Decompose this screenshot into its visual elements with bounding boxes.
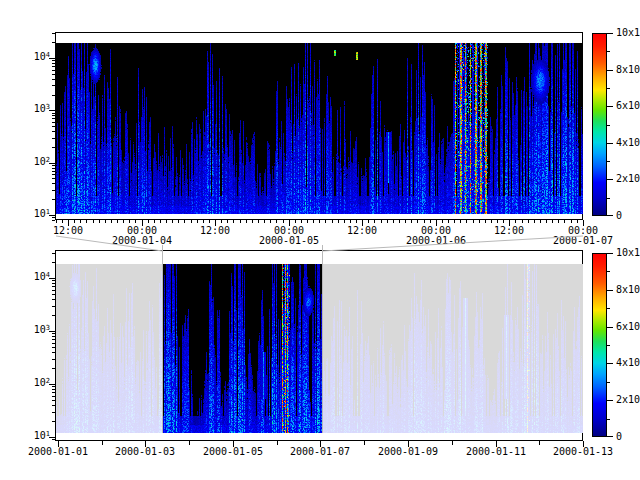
y-tick-label: 102 [17,378,50,389]
x-minor-tick [344,220,345,223]
y-minor-tick [52,66,55,67]
colorbar-tick [607,363,613,364]
y-tick-label: 104 [17,52,50,63]
colorbar-tick [607,271,610,272]
x-tick [277,441,278,445]
x-minor-tick [105,220,106,223]
y-tick-label: 103 [17,104,50,115]
x-minor-tick [80,220,81,223]
y-minor-tick [52,280,55,281]
x-minor-tick [473,220,474,223]
x-minor-tick [283,220,284,223]
x-tick-label: 2000-01-03 [110,447,180,457]
x-minor-tick [424,220,425,223]
x-tick-label: 2000-01-13 [548,447,618,457]
x-minor-tick [270,220,271,223]
y-minor-tick [52,368,55,369]
y-tick-label: 101 [17,209,50,220]
x-minor-tick [178,220,179,223]
y-minor-tick [52,74,55,75]
x-minor-tick [411,220,412,223]
colorbar-tick [607,179,613,180]
x-minor-tick [111,220,112,223]
y-minor-tick [52,396,55,397]
x-minor-tick [558,220,559,223]
x-minor-tick [356,220,357,223]
colorbar-tick [607,198,610,199]
colorbar-tick-label: 8x107 [616,285,640,296]
x-date-label: 2000-01-06 [401,236,471,246]
y-minor-tick [52,190,55,191]
y-minor-tick [52,412,55,413]
x-minor-tick [546,220,547,223]
bottom-spectrogram-canvas[interactable] [56,264,583,433]
x-minor-tick [184,220,185,223]
top-spectrogram-canvas[interactable] [56,43,583,214]
x-minor-tick [233,220,234,223]
x-minor-tick [160,220,161,223]
x-minor-tick [564,220,565,223]
x-date-label: 2000-01-07 [548,236,618,246]
colorbar-tick [607,327,613,328]
x-minor-tick [203,220,204,223]
y-minor-tick [52,347,55,348]
x-minor-tick [148,220,149,223]
colorbar-tick-label: 8x107 [616,65,640,76]
x-tick [452,441,453,445]
x-minor-tick [399,220,400,223]
spectrogram-figure: 12:0000:002000-01-0412:0000:002000-01-05… [0,0,640,480]
x-minor-tick [442,220,443,223]
y-minor-tick [52,283,55,284]
x-minor-tick [325,220,326,223]
x-minor-tick [387,220,388,223]
x-minor-tick [123,220,124,223]
y-minor-tick [52,126,55,127]
colorbar-tick-label: 0 [616,211,622,221]
y-minor-tick [52,306,55,307]
x-date-label: 2000-01-04 [107,236,177,246]
x-minor-tick [528,220,529,223]
x-minor-tick [497,220,498,223]
y-minor-tick [52,113,55,114]
x-tick [102,441,103,445]
y-minor-tick [52,174,55,175]
y-minor-tick [52,95,55,96]
top-colorbar [592,33,607,216]
x-minor-tick [515,220,516,223]
y-minor-tick [52,79,55,80]
y-minor-tick [52,171,55,172]
colorbar-tick [607,70,613,71]
colorbar-tick-label: 2x107 [616,174,640,185]
colorbar-tick-label: 4x107 [616,358,640,369]
x-tick-label: 2000-01-07 [285,447,355,457]
x-minor-tick [405,220,406,223]
x-tick-label: 2000-01-01 [23,447,93,457]
y-minor-tick [52,392,55,393]
x-minor-tick [117,220,118,223]
colorbar-tick-label: 6x107 [616,101,640,112]
x-minor-tick [417,220,418,223]
x-minor-tick [276,220,277,223]
y-minor-tick [52,386,55,387]
x-minor-tick [258,220,259,223]
y-minor-tick [52,199,55,200]
y-minor-tick [52,389,55,390]
y-minor-tick [52,253,55,254]
x-minor-tick [319,220,320,223]
colorbar-tick [607,51,610,52]
x-tick-label: 12:00 [474,226,544,236]
y-minor-tick [52,299,55,300]
x-tick-label: 2000-01-05 [198,447,268,457]
x-minor-tick [485,220,486,223]
x-minor-tick [62,220,63,223]
colorbar-tick [607,106,613,107]
x-minor-tick [368,220,369,223]
x-minor-tick [350,220,351,223]
x-minor-tick [172,220,173,223]
y-minor-tick [52,60,55,61]
y-minor-tick [52,42,55,43]
y-minor-tick [52,33,55,34]
y-minor-tick [52,315,55,316]
colorbar-tick [607,419,610,420]
y-tick-label: 101 [17,431,50,442]
